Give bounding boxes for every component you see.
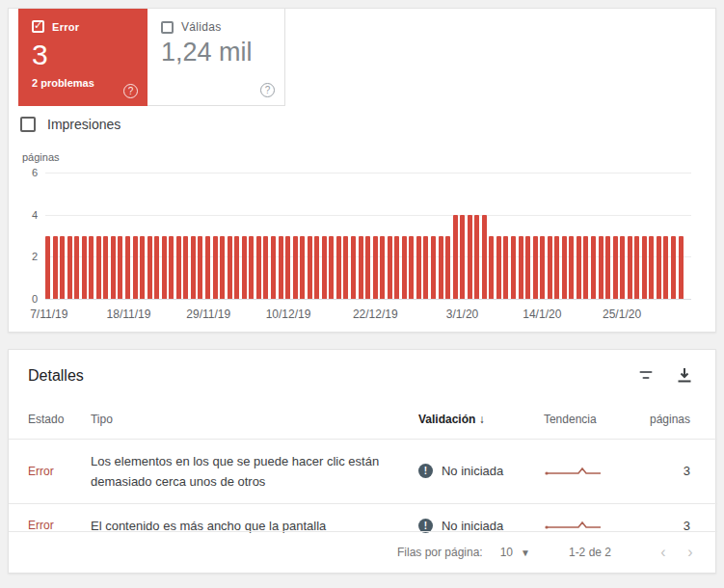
filter-icon[interactable] <box>638 369 654 383</box>
error-issues-count: 2 problemas <box>32 77 134 89</box>
chart-bar <box>533 236 538 300</box>
chart-bar <box>620 236 625 300</box>
chart-bar <box>300 236 305 300</box>
chart-bar <box>482 215 487 299</box>
chart-bar <box>60 236 65 300</box>
chart-bar <box>256 236 261 300</box>
error-count: 3 <box>32 39 134 71</box>
chart-bar <box>162 236 167 300</box>
error-checkbox[interactable] <box>32 20 44 33</box>
chart-bar <box>583 236 588 300</box>
chart-bar <box>489 236 494 300</box>
download-icon[interactable] <box>677 367 692 384</box>
chart-bar <box>140 236 145 300</box>
valid-summary-card[interactable]: Válidas 1,24 mil ? <box>147 9 285 106</box>
previous-page-button[interactable]: ‹ <box>650 544 677 561</box>
next-page-button[interactable]: › <box>677 544 704 561</box>
y-tick-label: 0 <box>9 293 38 305</box>
chart-bar <box>228 236 232 300</box>
chart-bar <box>205 236 210 300</box>
chart-bar <box>423 236 428 300</box>
x-tick-label: 29/11/19 <box>186 307 230 321</box>
chart-bar <box>118 236 122 300</box>
chart-bar <box>439 236 443 300</box>
chart-bar <box>642 236 647 300</box>
y-axis-label: páginas <box>22 151 60 163</box>
chart-bar <box>242 236 247 300</box>
chart-bar <box>351 236 356 300</box>
chart-bar <box>279 236 283 300</box>
chart-bar <box>474 215 479 299</box>
chart-bar <box>431 236 436 300</box>
column-header-tipo: Tipo <box>91 400 418 439</box>
chart-bar <box>220 236 225 300</box>
chart-bar <box>74 236 79 300</box>
x-tick-label: 25/1/20 <box>603 307 641 321</box>
chart-bar <box>402 236 407 300</box>
chart-bar <box>540 236 545 300</box>
chart-bar <box>628 236 632 300</box>
chart-bar <box>359 236 363 300</box>
valid-card-label: Válidas <box>181 20 221 34</box>
valid-count: 1,24 mil <box>161 38 271 67</box>
chart-bar <box>147 236 152 300</box>
details-panel: Detalles Estado Tipo Validación ↓ Tenden… <box>8 349 716 574</box>
y-tick-label: 2 <box>9 251 38 262</box>
impressions-toggle[interactable]: Impresiones <box>20 117 121 132</box>
chart-bar <box>336 236 341 300</box>
x-tick-label: 18/11/19 <box>107 307 151 321</box>
help-icon[interactable]: ? <box>123 84 138 98</box>
chart-bar <box>613 236 618 300</box>
impressions-checkbox[interactable] <box>20 117 36 132</box>
chart-bar <box>293 236 298 300</box>
chart-bar <box>183 236 188 300</box>
chart-bar <box>329 236 334 300</box>
chart-bar <box>671 236 676 300</box>
rows-per-page-label: Filas por página: <box>397 546 483 559</box>
chart-bar <box>634 236 639 300</box>
chart-bar <box>198 236 202 300</box>
chart-bar <box>373 236 378 300</box>
issues-table: Estado Tipo Validación ↓ Tendencia págin… <box>9 400 717 548</box>
chart-bar <box>649 236 654 300</box>
x-tick-label: 10/12/19 <box>266 307 311 321</box>
x-tick-label: 3/1/20 <box>446 307 478 321</box>
valid-checkbox[interactable] <box>161 21 174 34</box>
rows-per-page-select[interactable]: 10 ▼ <box>500 546 530 559</box>
chart-bar <box>511 236 516 300</box>
row-status: Error <box>9 439 91 503</box>
chart-bar <box>89 236 94 300</box>
chart-bar <box>663 236 668 300</box>
chart-bar <box>548 236 552 300</box>
y-tick-label: 6 <box>9 167 38 178</box>
chevron-down-icon: ▼ <box>521 548 530 558</box>
chart-bar <box>314 236 319 300</box>
chart-bar <box>103 236 108 300</box>
chart-bar <box>453 215 458 299</box>
table-row[interactable]: Error Los elementos en los que se puede … <box>9 439 717 503</box>
column-header-validacion[interactable]: Validación ↓ <box>418 400 544 439</box>
chart-bar <box>380 236 385 300</box>
x-tick-label: 22/12/19 <box>353 307 398 321</box>
chart-bar <box>679 236 684 300</box>
chart-bar <box>234 236 239 300</box>
impressions-label: Impresiones <box>47 117 121 132</box>
chart-bar <box>67 236 72 300</box>
chart-bar <box>460 215 465 299</box>
details-title: Detalles <box>28 367 84 385</box>
chart-bar <box>554 236 559 300</box>
chart-bar <box>249 236 254 300</box>
chart-bar <box>263 236 268 300</box>
row-issue-type: Los elementos en los que se puede hacer … <box>91 439 418 503</box>
chart-bar <box>154 236 159 300</box>
trend-sparkline <box>544 464 603 479</box>
row-trend <box>544 439 650 503</box>
y-tick-label: 4 <box>9 209 38 221</box>
chart-bar <box>176 236 181 300</box>
column-header-paginas: páginas <box>650 400 717 439</box>
help-icon[interactable]: ? <box>260 83 275 97</box>
error-summary-card[interactable]: Error 3 2 problemas ? <box>18 9 147 106</box>
chart-bar <box>213 236 218 300</box>
sort-descending-icon: ↓ <box>479 413 485 426</box>
chart-bar <box>416 236 421 300</box>
